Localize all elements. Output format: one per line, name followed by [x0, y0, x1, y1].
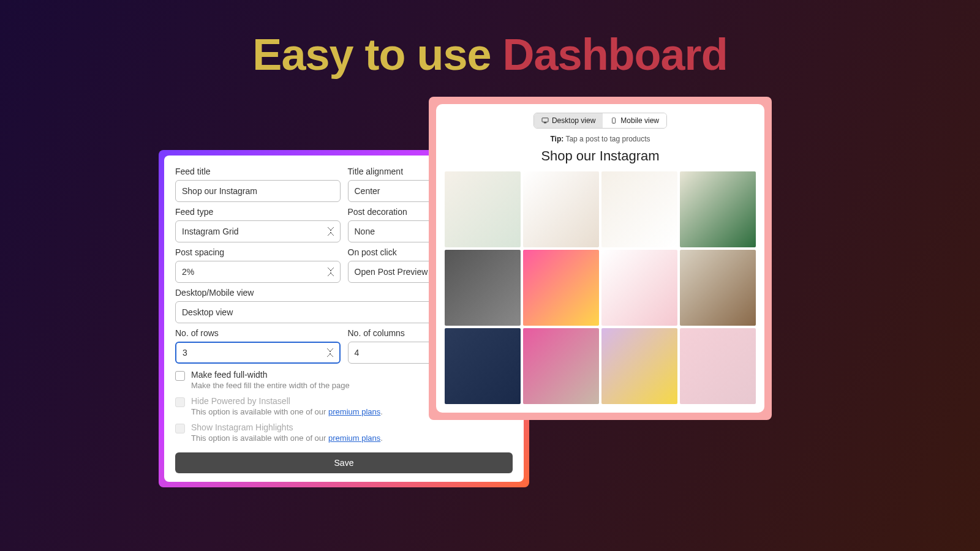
hide-powered-desc: This option is available with one of our…: [191, 407, 383, 416]
grid-post[interactable]: [445, 171, 521, 247]
grid-post[interactable]: [445, 328, 521, 404]
highlights-label: Show Instagram Highlights: [191, 422, 383, 432]
hero-title-part1: Easy to use: [252, 30, 502, 79]
post-spacing-select[interactable]: 2%: [175, 261, 341, 283]
feed-type-label: Feed type: [175, 207, 341, 217]
svg-rect-0: [542, 118, 548, 122]
post-spacing-label: Post spacing: [175, 247, 341, 257]
hero-title: Easy to use Dashboard: [0, 0, 980, 80]
premium-plans-link[interactable]: premium plans: [328, 433, 380, 443]
grid-post[interactable]: [680, 328, 756, 404]
instagram-grid: [445, 171, 756, 404]
full-width-label: Make feed full-width: [191, 370, 350, 380]
grid-post[interactable]: [523, 250, 599, 326]
highlights-checkbox: [175, 424, 185, 433]
full-width-checkbox[interactable]: [175, 371, 185, 381]
rows-input[interactable]: 3: [175, 342, 341, 364]
premium-plans-link[interactable]: premium plans: [328, 407, 380, 416]
full-width-desc: Make the feed fill the entire width of t…: [191, 381, 350, 390]
feed-type-select[interactable]: Instagram Grid: [175, 220, 341, 242]
preview-panel-frame: Desktop view Mobile view Tip: Tap a post…: [429, 97, 772, 420]
grid-post[interactable]: [680, 171, 756, 247]
svg-rect-1: [544, 122, 546, 123]
desktop-icon: [541, 118, 549, 124]
save-button[interactable]: Save: [175, 452, 513, 473]
svg-point-3: [614, 122, 614, 123]
mobile-icon: [610, 118, 617, 124]
rows-label: No. of rows: [175, 328, 341, 338]
hide-powered-label: Hide Powered by Instasell: [191, 396, 383, 406]
desktop-view-tab[interactable]: Desktop view: [534, 113, 603, 128]
hero-title-part2: Dashboard: [503, 30, 728, 79]
mobile-view-tab[interactable]: Mobile view: [603, 113, 666, 128]
preview-feed-title: Shop our Instagram: [445, 148, 756, 164]
hide-powered-checkbox: [175, 397, 185, 407]
feed-title-input[interactable]: Shop our Instagram: [175, 180, 341, 202]
preview-panel: Desktop view Mobile view Tip: Tap a post…: [436, 104, 764, 413]
view-toggle: Desktop view Mobile view: [445, 113, 756, 129]
grid-post[interactable]: [523, 328, 599, 404]
preview-tip: Tip: Tap a post to tag products: [445, 135, 756, 143]
grid-post[interactable]: [523, 171, 599, 247]
grid-post[interactable]: [601, 328, 677, 404]
highlights-desc: This option is available with one of our…: [191, 433, 383, 443]
grid-post[interactable]: [601, 171, 677, 247]
grid-post[interactable]: [680, 250, 756, 326]
grid-post[interactable]: [601, 250, 677, 326]
grid-post[interactable]: [445, 250, 521, 326]
feed-title-label: Feed title: [175, 167, 341, 176]
